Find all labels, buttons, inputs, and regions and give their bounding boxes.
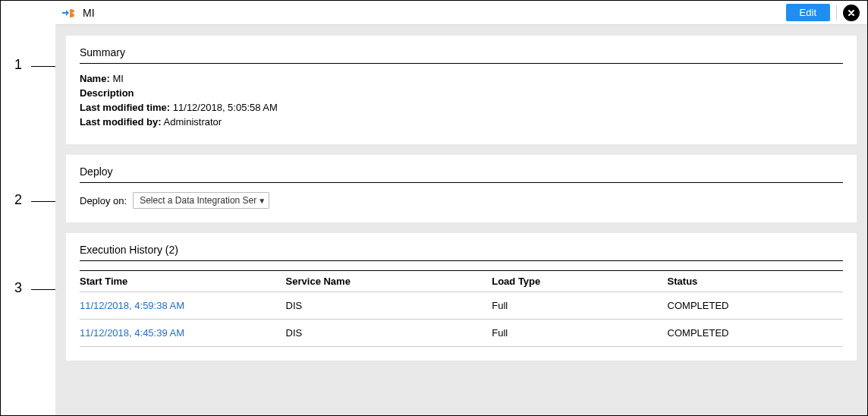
col-status: Status — [668, 271, 843, 292]
summary-modified-time-value: 11/12/2018, 5:05:58 AM — [173, 102, 278, 113]
execution-service-name: DIS — [286, 292, 492, 320]
execution-service-name: DIS — [286, 320, 492, 347]
close-icon — [847, 8, 856, 17]
execution-start-time-link[interactable]: 11/12/2018, 4:59:38 AM — [80, 292, 286, 320]
execution-history-table: Start Time Service Name Load Type Status… — [80, 270, 843, 347]
callout-2: 2 — [14, 192, 22, 208]
deploy-panel: Deploy Deploy on: Select a Data Integrat… — [66, 155, 857, 222]
col-load-type: Load Type — [492, 271, 667, 292]
summary-panel: Summary Name: MI Description Last modifi… — [66, 36, 857, 144]
deploy-on-label: Deploy on: — [80, 195, 127, 206]
summary-modified-time-label: Last modified time: — [80, 102, 170, 113]
chevron-down-icon: ▼ — [258, 197, 266, 205]
execution-history-heading: Execution History (2) — [80, 244, 843, 261]
divider — [836, 5, 837, 20]
summary-modified-by-label: Last modified by: — [80, 116, 162, 128]
summary-modified-by-value: Administrator — [164, 116, 222, 128]
mass-ingestion-icon — [61, 7, 77, 19]
deploy-service-select-value: Select a Data Integration Ser — [140, 195, 256, 206]
execution-load-type: Full — [492, 292, 667, 320]
deploy-service-select[interactable]: Select a Data Integration Ser ▼ — [133, 192, 269, 209]
summary-heading: Summary — [80, 46, 843, 64]
callout-1: 1 — [14, 57, 22, 73]
table-row: 11/12/2018, 4:45:39 AMDISFullCOMPLETED — [80, 320, 843, 347]
edit-button[interactable]: Edit — [786, 4, 830, 21]
summary-name-value: MI — [112, 73, 123, 84]
close-button[interactable] — [843, 5, 860, 21]
titlebar: MI Edit — [55, 1, 867, 25]
summary-description-label: Description — [80, 87, 134, 99]
execution-history-panel: Execution History (2) Start Time Service… — [66, 233, 857, 361]
callout-3: 3 — [14, 280, 22, 296]
col-service-name: Service Name — [286, 271, 492, 292]
execution-status: COMPLETED — [668, 292, 843, 320]
page-title: MI — [83, 7, 95, 19]
summary-name-label: Name: — [80, 73, 110, 84]
execution-start-time-link[interactable]: 11/12/2018, 4:45:39 AM — [80, 320, 286, 347]
table-row: 11/12/2018, 4:59:38 AMDISFullCOMPLETED — [80, 292, 843, 320]
deploy-heading: Deploy — [80, 165, 843, 183]
execution-load-type: Full — [492, 320, 667, 347]
col-start-time: Start Time — [80, 271, 286, 292]
execution-status: COMPLETED — [668, 320, 843, 347]
